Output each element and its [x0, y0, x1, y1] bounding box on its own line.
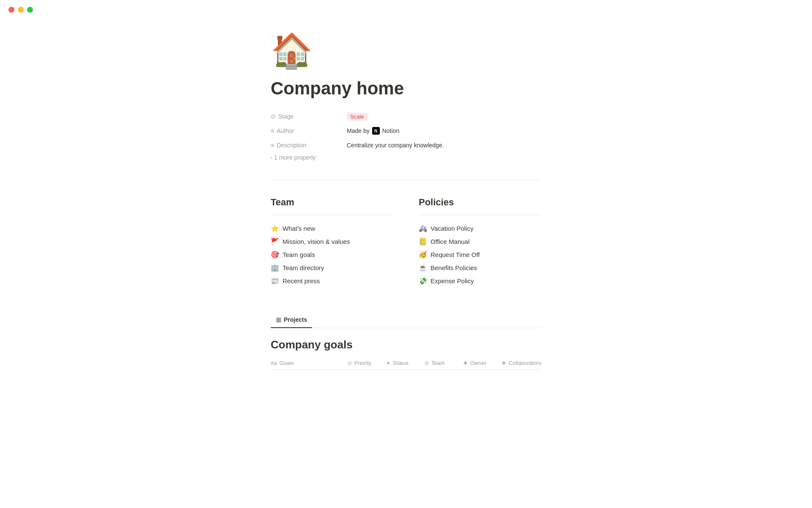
- policy-item-benefits[interactable]: ☕ Benefits Policies: [419, 261, 541, 274]
- description-icon: ≡: [271, 142, 274, 149]
- owner-col-icon: ❖: [463, 360, 468, 366]
- tabs-bar: ▦ Projects: [271, 313, 541, 328]
- team-item-press[interactable]: 📰 Recent press: [271, 274, 393, 287]
- stage-value[interactable]: Scale: [347, 113, 368, 121]
- policy-item-expense[interactable]: 💸 Expense Policy: [419, 274, 541, 287]
- author-icon: ≡: [271, 127, 274, 134]
- stage-icon: ⊙: [271, 113, 276, 120]
- description-label: Description: [277, 142, 306, 149]
- stage-property: ⊙ Stage Scale: [271, 109, 541, 124]
- goals-label: Team goals: [283, 251, 315, 258]
- author-name: Notion: [382, 127, 399, 134]
- team-col-icon: ⊙: [425, 360, 429, 366]
- maximize-button[interactable]: [27, 7, 33, 13]
- col-header-team: ⊙ Team: [425, 360, 463, 366]
- projects-tab-icon: ▦: [276, 316, 281, 323]
- whats-new-emoji: ⭐: [271, 224, 279, 232]
- policies-column: Policies 🚑 Vacation Policy 📒 Office Manu…: [419, 197, 541, 287]
- page-title: Company home: [271, 78, 541, 99]
- team-policies-section: Team ⭐ What's new 🚩 Mission, vision & va…: [271, 197, 541, 287]
- author-key: ≡ Author: [271, 127, 347, 134]
- office-label: Office Manual: [431, 238, 469, 245]
- benefits-emoji: ☕: [419, 264, 427, 272]
- team-item-directory[interactable]: 🏢 Team directory: [271, 261, 393, 274]
- policies-section-divider: [419, 215, 541, 215]
- col-header-priority: ⊙ Priority: [348, 360, 386, 366]
- tab-projects[interactable]: ▦ Projects: [271, 313, 312, 328]
- goals-col-icon: Aa: [271, 360, 277, 366]
- traffic-lights: [0, 0, 41, 19]
- description-text: Centralize your company knowledge.: [347, 142, 444, 149]
- close-button[interactable]: [8, 7, 14, 13]
- stage-label: Stage: [278, 113, 294, 120]
- status-col-icon: ✦: [386, 360, 390, 366]
- projects-tab-label: Projects: [284, 316, 307, 323]
- main-content: 🏠 Company home ⊙ Stage Scale ≡ Author Ma…: [254, 0, 558, 395]
- stage-key: ⊙ Stage: [271, 113, 347, 120]
- description-key: ≡ Description: [271, 142, 347, 149]
- minimize-button[interactable]: [18, 7, 24, 13]
- team-section-title: Team: [271, 197, 393, 208]
- description-value: Centralize your company knowledge.: [347, 142, 444, 149]
- priority-col-label: Priority: [354, 360, 371, 366]
- properties-section: ⊙ Stage Scale ≡ Author Made by N Notion …: [271, 109, 541, 163]
- team-col-label: Team: [431, 360, 445, 366]
- more-property-label: 1 more property: [274, 154, 316, 161]
- properties-divider: [271, 179, 541, 180]
- directory-label: Team directory: [283, 264, 324, 271]
- author-label: Author: [277, 127, 294, 134]
- mission-label: Mission, vision & values: [283, 238, 350, 245]
- team-section-divider: [271, 215, 393, 215]
- author-property: ≡ Author Made by N Notion: [271, 124, 541, 138]
- author-value[interactable]: Made by N Notion: [347, 127, 399, 135]
- chevron-down-icon: ›: [271, 155, 272, 160]
- team-column: Team ⭐ What's new 🚩 Mission, vision & va…: [271, 197, 393, 287]
- expense-label: Expense Policy: [431, 277, 474, 284]
- expense-emoji: 💸: [419, 277, 427, 285]
- policy-item-office[interactable]: 📒 Office Manual: [419, 235, 541, 248]
- collaborators-col-icon: ❖: [502, 360, 506, 366]
- projects-section: ▦ Projects Company goals Aa Goals ⊙ Prio…: [271, 313, 541, 370]
- company-goals-title: Company goals: [271, 338, 541, 351]
- stage-badge[interactable]: Scale: [347, 113, 368, 121]
- table-header: Aa Goals ⊙ Priority ✦ Status ⊙ Team ❖ Ow…: [271, 360, 541, 370]
- team-item-whats-new[interactable]: ⭐ What's new: [271, 222, 393, 235]
- policies-section-title: Policies: [419, 197, 541, 208]
- col-header-status: ✦ Status: [386, 360, 425, 366]
- vacation-emoji: 🚑: [419, 224, 427, 232]
- policy-item-timeoff[interactable]: 🥳 Request Time Off: [419, 248, 541, 261]
- priority-col-icon: ⊙: [348, 360, 352, 366]
- vacation-label: Vacation Policy: [431, 225, 473, 232]
- col-header-goals: Aa Goals: [271, 360, 348, 366]
- office-emoji: 📒: [419, 237, 427, 246]
- goals-emoji: 🎯: [271, 251, 279, 259]
- team-item-mission[interactable]: 🚩 Mission, vision & values: [271, 235, 393, 248]
- more-properties-toggle[interactable]: › 1 more property: [271, 152, 541, 163]
- whats-new-label: What's new: [283, 225, 315, 232]
- press-emoji: 📰: [271, 277, 279, 285]
- author-made-by: Made by: [347, 127, 370, 134]
- team-item-goals[interactable]: 🎯 Team goals: [271, 248, 393, 261]
- goals-col-label: Goals: [280, 360, 294, 366]
- mission-emoji: 🚩: [271, 237, 279, 246]
- col-header-owner: ❖ Owner: [463, 360, 502, 366]
- directory-emoji: 🏢: [271, 264, 279, 272]
- col-header-collaborators: ❖ Collaborators: [502, 360, 541, 366]
- description-property: ≡ Description Centralize your company kn…: [271, 138, 541, 152]
- press-label: Recent press: [283, 277, 320, 284]
- benefits-label: Benefits Policies: [431, 264, 477, 271]
- timeoff-emoji: 🥳: [419, 251, 427, 259]
- status-col-label: Status: [393, 360, 409, 366]
- timeoff-label: Request Time Off: [431, 251, 480, 258]
- policy-item-vacation[interactable]: 🚑 Vacation Policy: [419, 222, 541, 235]
- page-icon[interactable]: 🏠: [271, 34, 541, 68]
- collaborators-col-label: Collaborators: [509, 360, 541, 366]
- notion-logo-icon: N: [372, 127, 380, 135]
- owner-col-label: Owner: [470, 360, 486, 366]
